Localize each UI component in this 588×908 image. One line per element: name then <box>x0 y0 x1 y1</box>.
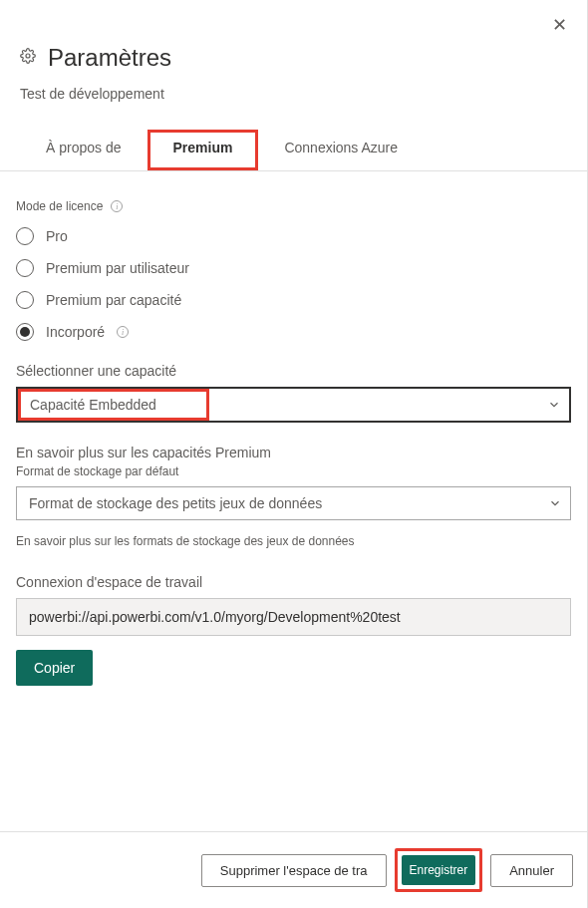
copy-button[interactable]: Copier <box>16 650 93 686</box>
radio-label-embedded: Incorporé <box>46 324 105 340</box>
workspace-connection-input[interactable] <box>16 598 571 636</box>
storage-help-link[interactable]: En savoir plus sur les formats de stocka… <box>16 534 571 548</box>
workspace-label: Connexion d'espace de travail <box>16 574 571 590</box>
capacity-select[interactable]: Capacité Embedded <box>16 387 571 423</box>
storage-label: Format de stockage par défaut <box>16 464 571 478</box>
radio-ppc[interactable]: Premium par capacité <box>16 291 571 309</box>
radio-ppu[interactable]: Premium par utilisateur <box>16 259 571 277</box>
tab-azure[interactable]: Connexions Azure <box>258 130 424 170</box>
save-button[interactable]: Enregistrer <box>402 855 476 885</box>
radio-embedded[interactable]: Incorporé i <box>16 323 571 341</box>
storage-select[interactable]: Format de stockage des petits jeux de do… <box>16 486 571 520</box>
license-mode-text: Mode de licence <box>16 199 103 213</box>
page-title: Paramètres <box>48 44 171 72</box>
license-radio-group: Pro Premium par utilisateur Premium par … <box>16 227 571 341</box>
title-row: Paramètres <box>20 44 567 72</box>
capacity-label: Sélectionner une capacité <box>16 363 571 379</box>
tab-premium[interactable]: Premium <box>147 130 259 170</box>
radio-label-ppc: Premium par capacité <box>46 292 181 308</box>
radio-circle <box>16 291 34 309</box>
header: Paramètres Test de développement <box>0 0 587 102</box>
radio-pro[interactable]: Pro <box>16 227 571 245</box>
info-icon[interactable]: i <box>111 200 123 212</box>
highlight-box: Enregistrer <box>395 848 483 892</box>
delete-workspace-button[interactable]: Supprimer l'espace de tra <box>201 854 387 887</box>
svg-point-0 <box>26 54 30 58</box>
premium-help-link[interactable]: En savoir plus sur les capacités Premium <box>16 445 571 460</box>
radio-circle <box>16 259 34 277</box>
radio-circle <box>16 227 34 245</box>
cancel-button[interactable]: Annuler <box>490 854 573 887</box>
page-subtitle: Test de développement <box>20 86 567 102</box>
radio-label-ppu: Premium par utilisateur <box>46 260 189 276</box>
radio-circle-selected <box>16 323 34 341</box>
gear-icon <box>20 48 36 68</box>
close-button[interactable]: ✕ <box>552 14 567 36</box>
footer: Supprimer l'espace de tra Enregistrer An… <box>0 831 587 908</box>
tab-about[interactable]: À propos de <box>20 130 147 170</box>
info-icon[interactable]: i <box>117 326 129 338</box>
tabs: À propos de Premium Connexions Azure <box>0 130 587 171</box>
license-mode-label: Mode de licence i <box>16 199 571 213</box>
radio-label-pro: Pro <box>46 228 68 244</box>
content: Mode de licence i Pro Premium par utilis… <box>0 171 587 686</box>
